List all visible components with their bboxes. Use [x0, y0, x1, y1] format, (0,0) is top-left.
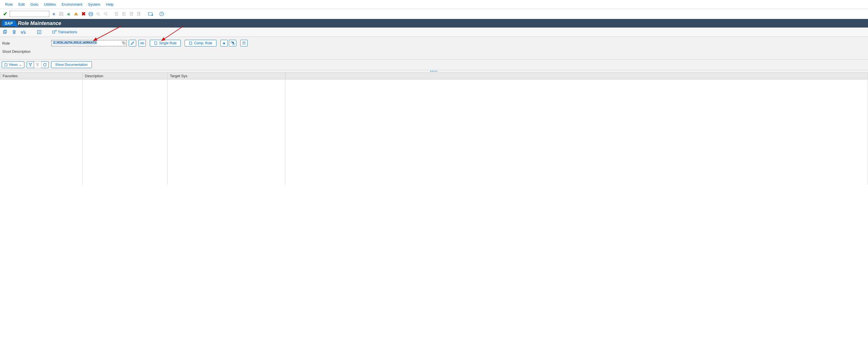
col-empty-header	[285, 73, 868, 80]
svg-rect-15	[123, 43, 125, 44]
svg-rect-18	[231, 41, 232, 43]
svg-line-1	[99, 15, 100, 16]
prev-page-icon[interactable]	[121, 11, 127, 17]
svg-rect-13	[53, 31, 55, 33]
menu-environment[interactable]: Environment	[59, 1, 85, 8]
display-button[interactable]	[138, 40, 146, 47]
menu-role[interactable]: Role	[2, 1, 16, 8]
form-area: Role Z_MIN_AUTH_ROLE_WORKATO Single Role	[0, 37, 868, 60]
transactions-link[interactable]: Transactions	[52, 30, 77, 34]
role-value: Z_MIN_AUTH_ROLE_WORKATO	[53, 41, 97, 44]
back-icon[interactable]: «	[66, 11, 71, 17]
save-icon[interactable]	[58, 11, 64, 17]
table-toolbar: Views ⌄ Show Documentation	[0, 60, 868, 70]
cell-favorites[interactable]	[0, 80, 83, 185]
svg-point-2	[104, 12, 106, 15]
filter-button[interactable]	[27, 61, 34, 68]
comp-role-button[interactable]: Comp. Role	[185, 40, 216, 47]
enter-icon[interactable]: ✔	[2, 11, 8, 17]
role-label: Role	[2, 41, 49, 46]
short-desc-label: Short Description	[2, 49, 49, 54]
refresh-button[interactable]	[41, 61, 49, 68]
page-title: Role Maintenance	[18, 21, 61, 26]
col-description-header[interactable]: Description	[83, 73, 168, 80]
favorites-table-wrap: ▪▪▪▪▪ Favorites Description Target Sys	[0, 70, 868, 185]
svg-text:★: ★	[151, 13, 153, 17]
app-toolbar: i Transactions	[0, 28, 868, 37]
role-row: Role Z_MIN_AUTH_ROLE_WORKATO Single Role	[2, 40, 866, 47]
exit-icon[interactable]	[73, 11, 79, 17]
svg-text:?: ?	[161, 12, 163, 16]
help-icon[interactable]: ?	[159, 11, 164, 17]
menu-bar: Role Edit Goto Utilities Environment Sys…	[0, 0, 868, 9]
find-icon[interactable]	[95, 11, 101, 17]
svg-point-0	[97, 12, 99, 15]
single-role-label: Single Role	[159, 41, 177, 45]
first-page-icon[interactable]	[114, 11, 120, 17]
next-page-icon[interactable]	[129, 11, 134, 17]
new-session-icon[interactable]: ★	[148, 11, 153, 17]
col-target-header[interactable]: Target Sys	[168, 73, 285, 80]
print-icon[interactable]	[88, 11, 94, 17]
command-field[interactable]	[10, 11, 49, 17]
sap-logo: SAP	[2, 21, 15, 26]
menu-goto[interactable]: Goto	[28, 1, 41, 8]
cell-target[interactable]	[168, 80, 285, 185]
transport-icon[interactable]	[21, 29, 26, 35]
menu-system[interactable]: System	[85, 1, 103, 8]
svg-line-3	[106, 15, 107, 16]
edit-button[interactable]	[129, 40, 136, 47]
favorites-table: Favorites Description Target Sys	[0, 73, 868, 185]
collapse-icon[interactable]: «	[51, 11, 57, 17]
find-next-icon[interactable]: +	[103, 11, 108, 17]
svg-point-16	[141, 42, 142, 44]
transactions-label: Transactions	[58, 30, 77, 34]
role-input-wrap: Z_MIN_AUTH_ROLE_WORKATO	[51, 40, 126, 46]
menu-utilities[interactable]: Utilities	[41, 1, 59, 8]
info-icon[interactable]: i	[36, 29, 42, 35]
standard-toolbar: ✔ « « ✖ + ★ ?	[0, 9, 868, 19]
copy-icon[interactable]	[2, 29, 8, 35]
svg-point-20	[243, 42, 244, 43]
single-role-button[interactable]: Single Role	[150, 40, 181, 47]
f4-help-icon[interactable]	[122, 41, 125, 46]
last-page-icon[interactable]	[136, 11, 142, 17]
svg-text:+: +	[106, 12, 108, 14]
filter-clear-button[interactable]	[34, 61, 41, 68]
role-input[interactable]: Z_MIN_AUTH_ROLE_WORKATO	[51, 40, 126, 46]
cell-description[interactable]	[83, 80, 168, 185]
show-documentation-label: Show Documentation	[55, 63, 88, 67]
delete-icon[interactable]	[11, 29, 17, 35]
comp-role-label: Comp. Role	[194, 41, 212, 45]
views-label: Views	[9, 63, 18, 67]
users-button[interactable]	[240, 40, 248, 47]
splitter-handle[interactable]: ▪▪▪▪▪	[0, 70, 868, 73]
hierarchy-button[interactable]	[229, 40, 236, 47]
table-row	[0, 80, 868, 185]
favorite-button[interactable]: ★	[220, 40, 228, 47]
views-button[interactable]: Views ⌄	[2, 61, 24, 68]
cell-empty	[285, 80, 868, 185]
chevron-down-icon: ⌄	[19, 63, 22, 67]
menu-help[interactable]: Help	[103, 1, 117, 8]
svg-point-21	[244, 42, 245, 43]
svg-text:i: i	[39, 31, 40, 34]
title-bar: SAP Role Maintenance	[0, 19, 868, 28]
menu-edit[interactable]: Edit	[16, 1, 28, 8]
short-desc-row: Short Description	[2, 49, 866, 54]
show-documentation-button[interactable]: Show Documentation	[51, 61, 92, 68]
svg-rect-14	[122, 41, 124, 43]
svg-point-17	[142, 42, 144, 44]
col-favorites-header[interactable]: Favorites	[0, 73, 83, 80]
cancel-icon[interactable]: ✖	[81, 11, 86, 17]
